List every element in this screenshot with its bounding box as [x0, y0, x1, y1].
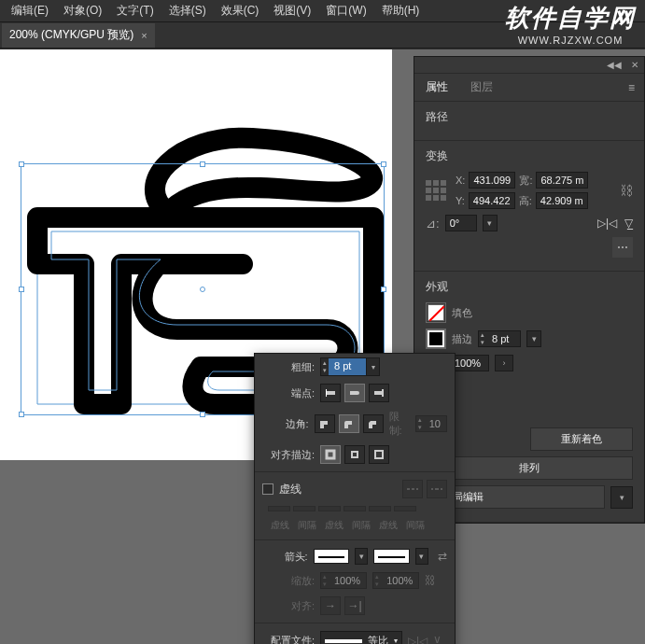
appearance-title: 外观: [426, 279, 633, 295]
menu-select[interactable]: 选择(S): [161, 3, 214, 19]
rotate-input[interactable]: 0°: [445, 215, 477, 231]
global-edit-dropdown[interactable]: ▾: [610, 486, 633, 509]
svg-rect-10: [376, 452, 382, 457]
stroke-weight-dropdown[interactable]: ▾: [526, 330, 541, 347]
dash3-input: [369, 506, 391, 511]
width-input[interactable]: 68.275 m: [536, 172, 588, 189]
opacity-input[interactable]: 100%: [450, 355, 489, 371]
stroke-weight-stepper[interactable]: ▴▾ 8 pt: [478, 330, 521, 347]
panel-menu-icon[interactable]: ≡: [619, 81, 644, 94]
arrow-start-swatch[interactable]: [314, 549, 350, 564]
reference-point-grid[interactable]: [426, 180, 446, 201]
resize-handle-top-right[interactable]: [381, 161, 386, 167]
opacity-dropdown[interactable]: ›: [495, 355, 513, 371]
link-dimensions-icon[interactable]: ⛓: [620, 183, 633, 198]
align-inside-icon[interactable]: [344, 445, 365, 464]
resize-handle-bottom-mid[interactable]: [200, 412, 205, 417]
weight-label: 粗细:: [262, 360, 315, 374]
tab-layers[interactable]: 图层: [459, 74, 504, 102]
weight-value[interactable]: 8 pt: [329, 358, 366, 375]
corner-row: 边角: 限制: ▴▾ 10: [255, 406, 455, 441]
menu-text[interactable]: 文字(T): [109, 3, 161, 19]
menu-window[interactable]: 窗口(W): [318, 3, 373, 19]
gap1-input: [293, 506, 315, 511]
svg-rect-14: [431, 488, 433, 490]
menu-effect[interactable]: 效果(C): [214, 3, 267, 19]
menu-object[interactable]: 对象(O): [56, 3, 109, 19]
align-stroke-row: 对齐描边:: [255, 441, 455, 468]
cap-projecting-icon[interactable]: [369, 384, 389, 402]
weight-dropdown-icon[interactable]: ▾: [366, 358, 379, 375]
y-input[interactable]: 494.422: [469, 192, 515, 209]
resize-handle-top-mid[interactable]: [200, 161, 205, 167]
tab-properties[interactable]: 属性: [414, 74, 459, 102]
stroke-label[interactable]: 描边: [452, 332, 472, 346]
arrow-start-dropdown[interactable]: ▾: [355, 548, 368, 565]
dash-labels-row: 虚线 间隔 虚线 间隔 虚线 间隔: [255, 515, 455, 536]
arrow-end-swatch[interactable]: [373, 549, 410, 564]
arrange-button[interactable]: 排列: [426, 456, 633, 480]
document-tab-label: 200% (CMYK/GPU 预览): [9, 27, 133, 43]
arrow-end-dropdown[interactable]: ▾: [415, 548, 428, 565]
arrow-tip-icon: →|: [344, 596, 365, 615]
dashed-checkbox[interactable]: [262, 483, 273, 495]
height-input[interactable]: 42.909 m: [536, 192, 588, 209]
menu-view[interactable]: 视图(V): [266, 3, 318, 19]
menu-edit[interactable]: 编辑(E): [4, 3, 56, 19]
profile-label: 配置文件:: [262, 634, 315, 644]
stroke-flyout-panel: 粗细: ▴▾ 8 pt ▾ 端点: 边角: 限制: ▴▾ 10 对齐描边:: [254, 353, 456, 644]
gap2-input: [344, 506, 366, 511]
cap-round-icon[interactable]: [344, 384, 365, 402]
align-center-icon[interactable]: [320, 445, 341, 464]
weight-input[interactable]: ▴▾ 8 pt ▾: [320, 357, 380, 376]
document-tab[interactable]: 200% (CMYK/GPU 预览) ×: [2, 23, 155, 48]
corner-label: 边角:: [262, 417, 309, 431]
menu-bar: 编辑(E) 对象(O) 文字(T) 选择(S) 效果(C) 视图(V) 窗口(W…: [0, 0, 645, 22]
dash-align-icon: [427, 480, 447, 498]
height-label: 高:: [519, 194, 532, 208]
transform-more-icon[interactable]: ⋯: [612, 237, 633, 258]
rotate-dropdown[interactable]: ▾: [483, 215, 498, 231]
corner-round-icon[interactable]: [339, 414, 359, 433]
rotate-icon: ⊿:: [426, 217, 440, 231]
profile-dropdown[interactable]: 等比 ▾: [320, 631, 402, 644]
resize-handle-bottom-left[interactable]: [19, 412, 24, 417]
resize-handle-mid-left[interactable]: [19, 287, 24, 292]
dash2-input: [318, 506, 341, 511]
recolor-button[interactable]: 重新着色: [530, 427, 633, 451]
collapse-icon[interactable]: ◀◀: [607, 60, 622, 70]
align-outside-icon[interactable]: [369, 445, 389, 464]
cap-label: 端点:: [262, 386, 315, 400]
svg-rect-16: [441, 488, 442, 490]
corner-bevel-icon[interactable]: [363, 414, 384, 433]
flip-horizontal-icon[interactable]: ▷|◁: [597, 217, 617, 230]
panel-tabs: 属性 图层 ≡: [414, 74, 644, 102]
fill-swatch[interactable]: [426, 302, 446, 323]
cap-butt-icon[interactable]: [320, 384, 341, 402]
resize-handle-top-left[interactable]: [19, 161, 24, 167]
dash-inputs-row: [255, 502, 455, 515]
arrowheads-label: 箭头:: [262, 550, 308, 564]
svg-rect-15: [435, 488, 439, 490]
corner-miter-icon[interactable]: [315, 414, 335, 433]
svg-rect-11: [407, 488, 410, 490]
swap-arrows-icon[interactable]: ⇄: [438, 550, 447, 563]
stroke-swatch[interactable]: [426, 329, 446, 349]
x-label: X:: [456, 175, 465, 186]
fill-label: 填色: [452, 306, 472, 320]
menu-help[interactable]: 帮助(H): [374, 3, 428, 19]
dash-preserve-icon: [402, 480, 423, 498]
close-panel-icon[interactable]: ✕: [631, 60, 638, 70]
profile-row: 配置文件: 等比 ▾ ▷|◁ ⊻: [255, 627, 455, 644]
svg-rect-13: [416, 488, 418, 490]
gap3-input: [394, 506, 416, 511]
arrow-scale-label: 缩放:: [262, 574, 315, 588]
dash1-input: [268, 506, 290, 511]
transform-section: 变换 X: 431.099 宽: 68.275 m Y: 494.422 高: …: [414, 141, 644, 272]
document-tab-bar: 200% (CMYK/GPU 预览) ×: [0, 22, 645, 49]
close-tab-icon[interactable]: ×: [141, 30, 147, 41]
svg-rect-12: [412, 488, 414, 490]
flip-vertical-icon[interactable]: ▽̲: [624, 217, 633, 230]
x-input[interactable]: 431.099: [469, 172, 515, 189]
resize-handle-mid-right[interactable]: [381, 287, 386, 292]
